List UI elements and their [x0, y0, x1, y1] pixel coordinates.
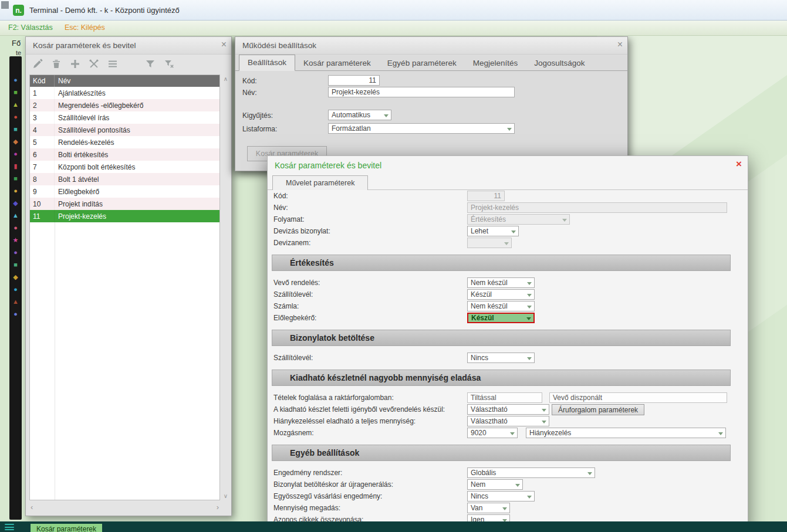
column-header-kod[interactable]: Kód	[30, 75, 55, 87]
kod-input[interactable]: 11	[328, 75, 380, 86]
folyamat-select: Értékesítés	[467, 214, 570, 225]
rail-icon[interactable]: ●	[12, 249, 19, 256]
listaforma-select[interactable]: Formázatlan	[328, 123, 515, 134]
listaforma-label: Listaforma:	[242, 125, 277, 133]
hianykezeles-select[interactable]: Választható	[467, 416, 549, 426]
table-row[interactable]: 6 Bolti értékesítés	[30, 148, 219, 161]
rail-icon[interactable]: ■	[12, 126, 19, 133]
kigyujtes-select[interactable]: Automatikus	[328, 110, 391, 120]
szallitolevel-label: Szállítólevél:	[273, 354, 313, 362]
add-icon[interactable]	[69, 58, 81, 70]
chevron-down-icon	[510, 432, 515, 435]
vertical-scrollbar[interactable]: ∧ ∨	[221, 74, 230, 500]
rail-icon[interactable]: ▲	[12, 298, 19, 306]
vevo-rendeles-select[interactable]: Nem készül	[467, 277, 535, 288]
table-row[interactable]: 5 Rendelés-kezelés	[30, 136, 219, 148]
devizas-bizonylat-select[interactable]: Lehet	[467, 226, 519, 236]
elolegbekero-select-highlighted[interactable]: Készül	[467, 313, 535, 323]
tab[interactable]: Megjelenítés	[465, 56, 526, 71]
settings-tabs: Beállítások Kosár paraméterek Egyéb para…	[235, 55, 627, 71]
nev-input[interactable]: Projekt-kezelés	[328, 87, 515, 97]
mozgasnem-name-select[interactable]: Hiánykezelés	[526, 428, 726, 438]
window-titlebar: n. Terminal - Demó kft. - k - Központi ü…	[0, 0, 787, 21]
table-row[interactable]: 2 Megrendelés -előlegbekérő	[30, 99, 219, 111]
rail-icon[interactable]: ★	[12, 236, 19, 244]
mennyiseg-select[interactable]: Van	[467, 503, 510, 513]
panel-header: Működési beállítások ×	[235, 37, 627, 55]
table-header: Kód Név	[30, 75, 219, 87]
rail-icon[interactable]: ■	[12, 89, 19, 96]
rail-icon[interactable]: ▲	[12, 212, 19, 219]
edit-icon[interactable]	[32, 58, 43, 70]
filter-clear-icon[interactable]	[163, 58, 175, 70]
table-row[interactable]: 8 Bolt 1 átvétel	[30, 173, 219, 185]
field-row-vevo-rendeles: Vevő rendelés: Nem készül	[268, 277, 748, 289]
left-menu-fragment[interactable]: te	[16, 49, 21, 56]
engedmeny-select[interactable]: Globális	[467, 467, 595, 478]
filter-icon[interactable]	[144, 58, 156, 70]
menu-icon[interactable]	[5, 524, 14, 530]
rail-icon[interactable]: ●	[12, 187, 19, 195]
tab[interactable]: Kosár paraméterek	[295, 56, 379, 71]
esc-exit-shortcut[interactable]: Esc: Kilépés	[65, 23, 105, 32]
vevo-rendeles-label: Vevő rendelés:	[273, 279, 320, 287]
table-row[interactable]: 3 Szállítólevél írás	[30, 111, 219, 124]
szamla-label: Számla:	[273, 302, 299, 310]
close-icon[interactable]: ×	[617, 39, 623, 50]
mozgasnem-code-select[interactable]: 9020	[467, 428, 518, 438]
aruforgalom-parameterek-button[interactable]: Áruforgalom paraméterek	[552, 404, 644, 415]
close-icon[interactable]: ×	[221, 39, 227, 50]
horizontal-scrollbar[interactable]: ‹ ›	[29, 503, 220, 512]
rail-icon[interactable]: ▲	[12, 101, 19, 109]
scroll-left-icon[interactable]: ‹	[31, 503, 33, 511]
left-menu-fragment[interactable]: Fő	[12, 39, 21, 48]
field-row-bizonylat-szallitolevel: Szállítólevél: Nincs	[268, 352, 748, 364]
tab[interactable]: Jogosultságok	[526, 56, 593, 71]
list-toolbar	[26, 55, 231, 73]
kosar-parameterek-taskbar-button[interactable]: Kosár paraméterek	[31, 524, 102, 532]
left-rail-icons: ● ■ ▲ ● ■ ◆ ● ▮ ■ ● ◆ ▲ ● ★ ● ■	[9, 76, 22, 318]
tab[interactable]: Beállítások	[239, 55, 295, 71]
rail-icon[interactable]: ◆	[12, 138, 19, 145]
szamla-select[interactable]: Nem készül	[467, 301, 535, 311]
rail-icon[interactable]: ●	[12, 310, 19, 318]
delete-icon[interactable]	[50, 58, 62, 70]
bizonylat-ar-select[interactable]: Nem	[467, 479, 523, 490]
chevron-down-icon	[542, 421, 546, 423]
egyosszegu-select[interactable]: Nincs	[467, 491, 535, 501]
f2-select-shortcut[interactable]: F2: Választás	[8, 23, 53, 32]
tab-muvelet-parameterek[interactable]: Művelet paraméterek	[272, 175, 368, 190]
table-row[interactable]: 4 Szállítólevél pontosítás	[30, 124, 219, 136]
close-icon[interactable]: ×	[736, 158, 742, 170]
table-row[interactable]: 9 Előlegbekérő	[30, 185, 219, 198]
tools-icon[interactable]	[88, 58, 100, 70]
rail-icon[interactable]: ●	[12, 286, 19, 293]
scroll-right-icon[interactable]: ›	[217, 503, 219, 511]
rail-icon[interactable]: ▮	[12, 162, 19, 170]
field-row-devizas-bizonylat: Devizás bizonylat: Lehet	[268, 225, 748, 237]
kosar-parameterek-panel: Kosár paraméterek és bevitel × Kód Név	[25, 36, 232, 516]
table-row[interactable]: 1 Ajánlatkészítés	[30, 87, 219, 99]
rail-icon[interactable]: ●	[12, 150, 19, 158]
column-header-nev[interactable]: Név	[55, 75, 219, 87]
menu-icon[interactable]	[107, 58, 119, 70]
table-row[interactable]: 7 Központi bolt értékesítés	[30, 161, 219, 173]
kiadhato-keszlet-select[interactable]: Választható	[467, 404, 549, 415]
scroll-up-icon[interactable]: ∧	[221, 76, 230, 82]
scroll-down-icon[interactable]: ∨	[221, 493, 230, 499]
dialog-title: Kosár paraméterek és bevitel	[275, 161, 381, 170]
table-row[interactable]: 11 Projekt-kezelés	[30, 210, 219, 222]
rail-icon[interactable]: ●	[12, 76, 19, 84]
szallitolevel-select[interactable]: Készül	[467, 289, 535, 300]
field-row-bizonylat-ar: Bizonylat betöltéskor ár újragenerálás: …	[268, 479, 748, 490]
tab[interactable]: Egyéb paraméterek	[379, 56, 465, 71]
kod-label: Kód:	[273, 192, 288, 200]
rail-icon[interactable]: ◆	[12, 273, 19, 281]
rail-icon[interactable]: ●	[12, 224, 19, 232]
rail-icon[interactable]: ■	[12, 175, 19, 182]
rail-icon[interactable]: ◆	[12, 199, 19, 207]
bizonylat-szallitolevel-select[interactable]: Nincs	[467, 353, 535, 363]
rail-icon[interactable]: ●	[12, 113, 19, 121]
rail-icon[interactable]: ■	[12, 261, 19, 269]
table-row[interactable]: 10 Projekt indítás	[30, 198, 219, 210]
